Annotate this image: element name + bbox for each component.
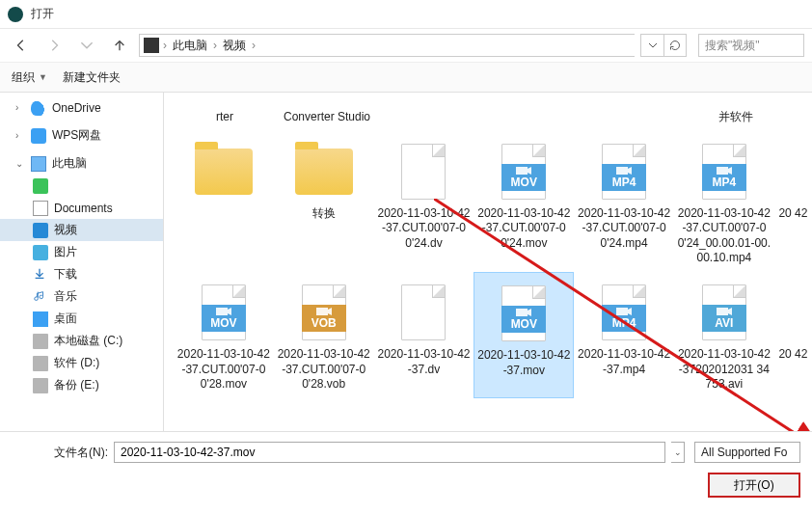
list-item[interactable]: 20 42 [774,131,812,272]
sidebar-item-diskd[interactable]: 软件 (D:) [0,352,163,374]
nav-bar: › 此电脑 › 视频 › 搜索"视频" [0,29,812,62]
back-button[interactable] [8,34,35,57]
sidebar: ›OneDrive ›WPS网盘 ⌄此电脑 Documents 视频 图片 下载… [0,93,164,431]
sidebar-item-desktop[interactable]: 桌面 [0,308,163,330]
mp4-icon: MP4 [602,144,646,200]
list-item[interactable]: 并软件 [685,93,787,131]
mov-icon: MOV [202,284,246,340]
svg-rect-4 [316,308,328,315]
app-icon [8,7,23,22]
address-dropdown[interactable] [640,34,663,57]
sidebar-item-diske[interactable]: 备份 (E:) [0,374,163,396]
desktop-icon [33,311,48,327]
mp4-icon: MP4 [602,284,646,340]
list-item[interactable]: AVI2020-11-03-10-42-37202012031 34753.av… [674,272,774,398]
svg-rect-6 [616,308,628,315]
list-item-selected[interactable]: MOV2020-11-03-10-42-37.mov [474,272,574,398]
forward-button[interactable] [41,34,68,57]
window-title: 打开 [31,6,54,22]
open-button[interactable]: 打开(O) [708,473,800,498]
search-placeholder: 搜索"视频" [705,38,760,54]
sidebar-item-downloads[interactable]: 下载 [0,263,163,285]
list-item[interactable]: MOV2020-11-03-10-42-37.CUT.00'07-00'24.m… [474,131,574,272]
new-folder-button[interactable]: 新建文件夹 [63,69,121,86]
location-icon [144,38,159,53]
organize-button[interactable]: 组织▼ [12,69,47,86]
folder-icon [295,149,353,195]
list-item[interactable] [582,93,685,131]
file-list: rter Converter Studio 并软件 转换 2020-11-03-… [164,93,812,431]
music-icon [33,289,48,305]
mov-icon: MOV [501,144,546,200]
search-input[interactable]: 搜索"视频" [698,34,804,57]
document-icon [33,201,48,216]
filename-input[interactable] [114,442,665,463]
list-item[interactable] [378,93,480,131]
svg-rect-7 [717,308,728,315]
sidebar-item-thispc[interactable]: ⌄此电脑 [0,152,163,175]
file-icon [401,284,446,340]
svg-rect-1 [616,167,628,175]
sidebar-item-onedrive[interactable]: ›OneDrive [0,96,163,119]
breadcrumb-root[interactable]: 此电脑 [171,38,209,54]
list-item[interactable]: VOB2020-11-03-10-42-37.CUT.00'07-00'28.v… [274,272,374,398]
breadcrumb-folder[interactable]: 视频 [221,38,248,54]
sidebar-item-diskc[interactable]: 本地磁盘 (C:) [0,330,163,352]
sidebar-item-pictures[interactable]: 图片 [0,241,163,263]
file-icon [401,144,446,200]
list-item[interactable] [480,93,582,131]
sidebar-item-documents[interactable]: Documents [0,197,163,219]
disk-icon [33,378,48,393]
vob-icon: VOB [302,284,346,340]
list-item[interactable]: rter [174,93,276,131]
pc-icon [31,156,46,172]
disk-icon [33,356,48,371]
list-item[interactable]: 2020-11-03-10-42-37.dv [374,272,474,398]
sidebar-item-wps[interactable]: ›WPS网盘 [0,124,163,147]
refresh-button[interactable] [663,34,687,57]
svg-rect-0 [516,167,528,175]
svg-rect-5 [516,309,528,316]
disk-icon [33,334,48,349]
sidebar-item-music[interactable]: 音乐 [0,285,163,308]
list-item[interactable] [174,131,274,272]
address-bar[interactable]: › 此电脑 › 视频 › [139,34,635,57]
up-button[interactable] [106,34,133,57]
list-item[interactable]: 2020-11-03-10-42-37.CUT.00'07-00'24.dv [374,131,474,272]
download-icon [33,267,48,283]
filename-dropdown[interactable]: ⌄ [671,442,685,463]
filetype-filter[interactable]: All Supported Fo [694,442,800,463]
list-item[interactable]: 转换 [274,131,374,272]
cloud-icon [31,100,46,116]
avi-icon: AVI [702,284,746,340]
image-icon [33,245,48,260]
filename-label: 文件名(N): [12,445,108,461]
list-item[interactable]: MP42020-11-03-10-42-37.mp4 [574,272,674,398]
mp4-icon: MP4 [702,144,746,200]
list-item[interactable]: MOV2020-11-03-10-42-37.CUT.00'07-00'28.m… [174,272,274,398]
chevron-right-icon: › [213,39,217,52]
chevron-right-icon: › [163,39,167,52]
footer: 文件名(N): ⌄ All Supported Fo 打开(O) [0,431,812,514]
mov-icon: MOV [501,285,546,341]
app-icon [33,178,48,194]
sidebar-item-green[interactable] [0,175,163,197]
list-item[interactable]: MP42020-11-03-10-42-37.CUT.00'07-00'24.m… [574,131,674,272]
folder-icon [195,149,253,195]
video-icon [33,223,48,238]
wps-icon [31,128,46,144]
list-item[interactable]: MP42020-11-03-10-42-37.CUT.00'07-00'24_0… [674,131,774,272]
svg-rect-2 [717,167,728,175]
svg-rect-3 [216,308,228,315]
list-item[interactable]: Converter Studio [276,93,378,131]
chevron-right-icon: › [252,39,256,52]
main-area: ›OneDrive ›WPS网盘 ⌄此电脑 Documents 视频 图片 下载… [0,93,812,431]
toolbar: 组织▼ 新建文件夹 [0,62,812,93]
title-bar: 打开 [0,0,812,29]
list-item[interactable]: 20 42 [774,272,812,398]
recent-dropdown[interactable] [73,34,100,57]
sidebar-item-video[interactable]: 视频 [0,219,163,241]
